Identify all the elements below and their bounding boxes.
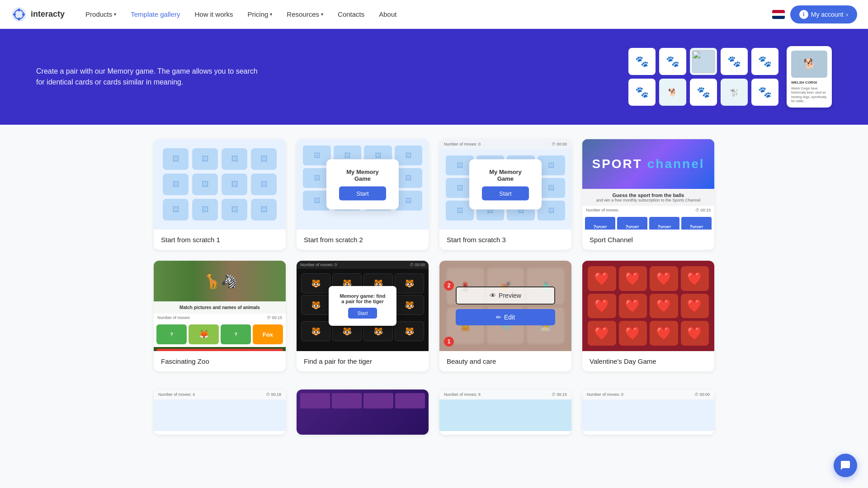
partial-dark-card [395, 393, 425, 408]
modal-game-title: My Memory Game [339, 169, 386, 182]
heart-card: ❤️ [681, 294, 709, 319]
partial-dark-card [363, 393, 393, 408]
heart-card: ❤️ [619, 266, 647, 291]
partial-preview-3 [439, 399, 571, 431]
beauty-hover-overlay: 2 👁 Preview ✏ Edit 1 [439, 261, 571, 351]
memory-card: 🖼 [222, 174, 247, 195]
card-label-scratch2: Start from scratch 2 [297, 230, 429, 250]
memory-card: 🖼 [163, 199, 189, 221]
partial-dark-card [300, 393, 330, 408]
template-card-scratch1[interactable]: 🖼 🖼 🖼 🖼 🖼 🖼 🖼 🖼 🖼 🖼 🖼 🖼 Start from scrat… [154, 139, 286, 250]
template-card-beauty[interactable]: 💄 💅 🧴 💆 🫧 🧖 2 👁 Preview [439, 261, 571, 371]
hero-image-area: 🐾 🐾 🐾 🐾 🐾 🐕 🐾 🐩 🐾 🐕 WELSH CORGI Welsh Co… [624, 43, 832, 110]
zoo-animals-image: 🦒 🦓 [154, 261, 286, 301]
memory-card: 🖼 [163, 148, 189, 170]
my-account-button[interactable]: i My account › [790, 5, 857, 23]
template-card-zoo[interactable]: 🦒 🦓 Match pictures and names of animals … [154, 261, 286, 371]
card-preview-tiger: Number of moves: 0 ⏱ 00:00 🐯 🐯 🐯 🐯 🐯 🐯 🐯… [297, 261, 429, 351]
template-card-sport[interactable]: SPORT channel Guess the sport from the b… [582, 139, 714, 250]
logo[interactable]: interacty [11, 6, 65, 23]
partial-card-4[interactable]: Number of moves: 0 ⏱ 00:00 [582, 389, 714, 435]
nav-pricing[interactable]: Pricing ▾ [241, 7, 278, 22]
memory-card: 🖼 [192, 199, 218, 221]
sport-moves-bar: Number of moves: ⏱ 00:15 [582, 206, 714, 214]
preview-card-flipped [690, 48, 717, 75]
tiger-card: 🐯 [395, 273, 424, 293]
preview-card: 🐾 [628, 79, 656, 106]
heart-card: ❤️ [650, 294, 678, 319]
chevron-down-icon-pricing: ▾ [270, 12, 272, 17]
tiger-card: 🐯 [301, 273, 330, 293]
zoo-timer: ⏱ 00:15 [267, 315, 282, 320]
tiger-card: 🐯 [301, 321, 330, 341]
nav-template-gallery[interactable]: Template gallery [124, 7, 186, 22]
tiger-moves-label: Number of moves: 0 [300, 263, 337, 267]
heart-card: ❤️ [619, 321, 647, 346]
partial-card-2[interactable] [297, 389, 429, 435]
preview-button[interactable]: 👁 Preview [456, 286, 555, 305]
svg-point-3 [22, 13, 25, 16]
sport-card: ?SPORT [649, 217, 679, 230]
scratch2-wrap: 🖼 🖼 🖼 🖼 🖼 🖼 🖼 🖼 🖼 🖼 🖼 🖼 [297, 139, 429, 230]
partial-moves-bar-4: Number of moves: 0 ⏱ 00:00 [582, 389, 714, 399]
chevron-down-icon-resources: ▾ [321, 12, 323, 17]
tiger-card: 🐯 [301, 295, 330, 315]
nav-how-it-works[interactable]: How it works [188, 7, 239, 22]
edit-button[interactable]: ✏ Edit [456, 309, 555, 325]
partial-dark-card [332, 393, 362, 408]
heart-card: ❤️ [588, 321, 616, 346]
start-btn-s3[interactable]: Start [482, 187, 529, 201]
memory-cards-preview: 🐾 🐾 🐾 🐾 🐾 🐕 🐾 🐩 🐾 [624, 43, 783, 110]
partial-card-3[interactable]: Number of moves: 6 ⏱ 00:15 [439, 389, 571, 435]
card-label-tiger: Find a pair for the tiger [297, 351, 429, 371]
template-card-scratch3[interactable]: Number of moves: 0 ⏱ 00:00 🖼 🖼 🖼 🖼 🖼 🖼 🖼… [439, 139, 571, 250]
template-card-tiger[interactable]: Number of moves: 0 ⏱ 00:00 🐯 🐯 🐯 🐯 🐯 🐯 🐯… [297, 261, 429, 371]
pencil-icon: ✏ [496, 314, 501, 321]
nav-products[interactable]: Products ▾ [79, 7, 123, 22]
template-card-valentine[interactable]: ❤️ ❤️ ❤️ ❤️ ❤️ ❤️ ❤️ ❤️ ❤️ ❤️ ❤️ ❤️ [582, 261, 714, 371]
zoo-title: Match pictures and names of animals [154, 301, 286, 314]
preview-card: 🐾 [659, 48, 686, 75]
zoo-card-question: ? [156, 324, 187, 344]
beauty-preview-wrap: 💄 💅 🧴 💆 🫧 🧖 2 👁 Preview [439, 261, 571, 351]
chevron-down-icon: ▾ [114, 12, 116, 17]
modal-start-button[interactable]: Start [339, 187, 386, 201]
partial-moves-bar-3: Number of moves: 6 ⏱ 00:15 [439, 389, 571, 399]
card-label-beauty: Beauty and care [439, 351, 571, 371]
memory-card: 🖼 [163, 174, 189, 195]
memory-card: 🖼 [222, 148, 247, 170]
tiger-start-button[interactable]: Start [348, 308, 377, 319]
nav-about[interactable]: About [373, 7, 403, 22]
partial-card-1[interactable]: Number of moves: 4 ⏱ 00:18 [154, 389, 286, 435]
bottom-row: Number of moves: 4 ⏱ 00:18 Number of mov… [118, 389, 750, 453]
memory-card: 🖼 [192, 174, 218, 195]
card-preview-beauty: 💄 💅 🧴 💆 🫧 🧖 2 👁 Preview [439, 261, 571, 351]
info-icon: i [799, 10, 808, 19]
start-modal: My Memory Game Start [326, 160, 399, 210]
preview-card: 🐩 [721, 79, 748, 106]
hero-text: Create a pair with our Memory game. The … [36, 66, 262, 88]
sport-preview-wrap: SPORT channel Guess the sport from the b… [582, 139, 714, 230]
language-flag[interactable] [772, 10, 785, 19]
corgi-info-card: 🐕 WELSH CORGI Welsh Corgis have historic… [787, 46, 832, 107]
giraffe-icon: 🦒 [203, 272, 221, 290]
heart-card: ❤️ [588, 266, 616, 291]
heart-card: ❤️ [650, 321, 678, 346]
sport-subtitle: Guess the sport from the balls and win a… [582, 189, 714, 206]
card-preview-sport: SPORT channel Guess the sport from the b… [582, 139, 714, 230]
heart-card: ❤️ [681, 321, 709, 346]
badge-1: 1 [444, 337, 454, 347]
partial-preview [154, 399, 286, 431]
zoo-card-fox: 🦊 [189, 324, 219, 344]
partial-moves-bar: Number of moves: 4 ⏱ 00:18 [154, 389, 286, 399]
heart-card: ❤️ [619, 294, 647, 319]
logo-text: interacty [31, 9, 65, 19]
badge-2: 2 [444, 281, 454, 291]
moves-label: Number of moves: 0 [444, 142, 481, 146]
navbar-right: i My account › [772, 5, 857, 23]
nav-contacts[interactable]: Contacts [331, 7, 371, 22]
nav-links: Products ▾ Template gallery How it works… [79, 7, 769, 22]
nav-resources[interactable]: Resources ▾ [280, 7, 330, 22]
partial-dark-grid [297, 389, 429, 412]
template-card-scratch2[interactable]: 🖼 🖼 🖼 🖼 🖼 🖼 🖼 🖼 🖼 🖼 🖼 🖼 [297, 139, 429, 250]
